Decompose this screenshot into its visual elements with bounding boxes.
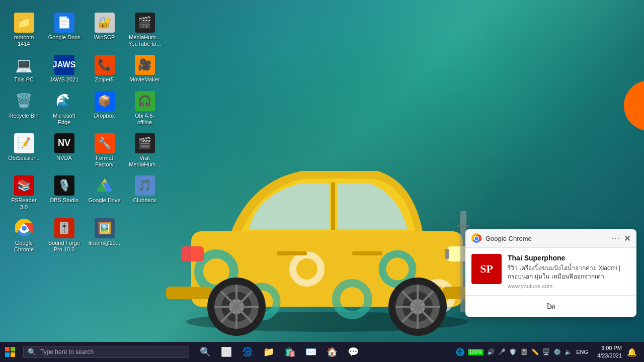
icon-google-chrome[interactable]: Google Chrome — [5, 216, 43, 255]
notification-thumb-text: SP — [480, 262, 493, 276]
svg-rect-11 — [166, 287, 211, 299]
clock-time: 3:00 PM — [592, 344, 622, 352]
icon-format-factory[interactable]: 🔧 Format Factory — [86, 131, 123, 170]
svg-rect-47 — [11, 352, 15, 357]
tray-settings-icon[interactable]: ⚙️ — [552, 347, 562, 356]
notification-thumbnail: SP — [471, 254, 502, 284]
windows-logo-icon — [5, 346, 16, 357]
svg-rect-46 — [5, 352, 10, 357]
taskbar-pinned-apps: 🔍 ⬜ 📁 🛍️ ✉️ 🏠 💬 — [195, 342, 363, 362]
notification-controls: ··· ✕ — [612, 234, 630, 243]
notification-app-name: Google Chrome — [486, 235, 532, 242]
start-button[interactable] — [0, 342, 20, 362]
notification-header: Google Chrome ··· ✕ — [465, 229, 636, 248]
desktop-icon-grid: 📁 morcom 1414 📄 Google Docs 🔐 WinSCP 🎬 M… — [0, 5, 169, 260]
taskbar-chat[interactable]: 💬 — [343, 342, 363, 362]
icon-this-pc[interactable]: 💻 This PC — [5, 52, 43, 85]
tray-battery-indicator[interactable]: 100% — [467, 347, 485, 356]
icon-mediahuman[interactable]: 🎬 MediaHum... YouTube to... — [126, 10, 164, 50]
icon-clubdeck[interactable]: 🎵 Clubdeck — [126, 173, 164, 213]
notification-close-action-button[interactable]: ปิด — [465, 296, 636, 317]
tray-lang-indicator[interactable]: ENG — [575, 349, 590, 355]
taskbar-edge[interactable] — [237, 342, 258, 362]
icon-lightroom[interactable]: 🖼️ ltroom@20... — [86, 216, 123, 255]
taskbar-task-view[interactable]: ⬜ — [216, 342, 236, 362]
svg-rect-44 — [5, 347, 10, 351]
notification-body: SP Thai Superphone รีวิว เครื่องปิ้งขนมป… — [465, 248, 636, 295]
system-tray: 🌐 100% 🔊 🎤 🛡️ 📓 ✏️ 🖥️ ⚙️ 🔈 ENG 3:00 PM 4… — [455, 344, 644, 360]
icon-recycle-bin[interactable]: 🗑️ Recycle Bin — [5, 88, 43, 128]
taskbar-search[interactable]: 🔍 Type here to search — [23, 346, 189, 358]
icon-google-drive[interactable]: Google Drive — [86, 173, 123, 213]
icon-jaws[interactable]: JAWS JAWS 2021 — [45, 52, 83, 85]
notification-close-button[interactable]: ✕ — [624, 234, 630, 243]
svg-point-40 — [22, 226, 27, 231]
search-placeholder-text: Type here to search — [40, 348, 94, 355]
tray-speakers-icon[interactable]: 🔊 — [486, 347, 496, 356]
tray-onenote-icon[interactable]: 📓 — [519, 347, 529, 356]
car-illustration — [151, 90, 503, 342]
icon-obi[interactable]: 🎧 Obi 4.6-offline — [126, 88, 164, 128]
icon-nvda[interactable]: NV NVDA — [45, 131, 83, 170]
icon-google-docs[interactable]: 📄 Google Docs — [45, 10, 83, 50]
svg-rect-13 — [445, 249, 449, 259]
icon-ms-edge[interactable]: 🌊 Microsoft Edge — [45, 88, 83, 128]
tray-volume-icon[interactable]: 🔈 — [564, 347, 573, 356]
taskbar-mail[interactable]: ✉️ — [301, 342, 321, 362]
tray-network-icon[interactable]: 🌐 — [455, 347, 465, 357]
notification-footer: ปิด — [465, 295, 636, 317]
desktop: 📁 morcom 1414 📄 Google Docs 🔐 WinSCP 🎬 M… — [0, 0, 644, 342]
taskbar-search-icon[interactable]: 🔍 — [195, 342, 215, 362]
svg-rect-31 — [277, 251, 307, 255]
svg-rect-32 — [352, 251, 382, 255]
notification-header-left: Google Chrome — [471, 233, 532, 243]
icon-sound-forge[interactable]: 🎚️ Sound Forge Pro 10.0 — [45, 216, 83, 255]
icon-winscp[interactable]: 🔐 WinSCP — [86, 10, 123, 50]
search-icon: 🔍 — [28, 348, 36, 356]
icon-fsreader[interactable]: 📚 FSReader 3.0 — [5, 173, 43, 213]
taskbar-file-explorer[interactable]: 📁 — [259, 342, 279, 362]
svg-rect-14 — [181, 246, 204, 261]
chrome-notification: Google Chrome ··· ✕ SP Thai Superphone ร… — [465, 229, 636, 317]
taskbar-office[interactable]: 🏠 — [322, 342, 342, 362]
svg-point-43 — [475, 237, 478, 240]
tray-antivirus-icon[interactable]: 🛡️ — [508, 347, 518, 356]
svg-rect-45 — [11, 347, 15, 351]
icon-obisession[interactable]: 📝 ObiSession... — [5, 131, 43, 170]
tray-remote-icon[interactable]: 🖥️ — [541, 347, 551, 356]
icon-zoiper[interactable]: 📞 Zoiper5 — [86, 52, 123, 85]
tray-mic-icon[interactable]: 🎤 — [497, 347, 507, 356]
notification-description: รีวิว เครื่องปิ้งขนมปังไอน้ำจากค่าย Xiao… — [508, 264, 630, 281]
icon-morcom[interactable]: 📁 morcom 1414 — [5, 10, 43, 50]
taskbar-store[interactable]: 🛍️ — [280, 342, 300, 362]
icon-moviemaker[interactable]: 🎥 MovieMaker — [126, 52, 164, 85]
chrome-logo-icon — [471, 233, 481, 243]
notification-bell-icon[interactable]: 🔔 — [624, 347, 640, 357]
system-clock[interactable]: 3:00 PM 4/23/2021 — [592, 344, 622, 360]
notification-dots-button[interactable]: ··· — [612, 234, 620, 243]
icon-dropbox[interactable]: 📦 Dropbox — [86, 88, 123, 128]
notification-title: Thai Superphone — [508, 254, 630, 262]
notification-content: Thai Superphone รีวิว เครื่องปิ้งขนมปังไ… — [508, 254, 630, 289]
taskbar: 🔍 Type here to search 🔍 ⬜ 📁 🛍️ ✉️ 🏠 💬 🌐 … — [0, 342, 644, 362]
clock-date: 4/23/2021 — [592, 352, 622, 359]
tray-icon-group: 🌐 100% 🔊 🎤 🛡️ 📓 ✏️ 🖥️ ⚙️ 🔈 ENG — [455, 347, 590, 357]
svg-rect-2 — [331, 183, 335, 230]
icon-obs-studio[interactable]: 🎙️ OBS Studio — [45, 173, 83, 213]
icon-visit-mediahuman[interactable]: 🎬 Visit MediaHum... — [126, 131, 164, 170]
notification-url: www.youtube.com — [508, 283, 630, 289]
tray-wacom-icon[interactable]: ✏️ — [530, 347, 540, 356]
svg-rect-34 — [457, 225, 469, 227]
